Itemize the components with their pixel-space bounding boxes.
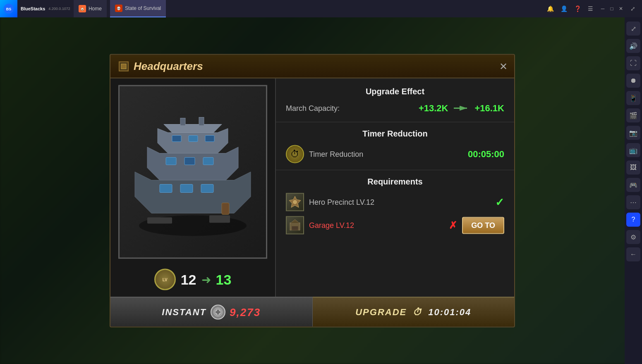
right-sidebar: ⤢ 🔊 ⛶ ⏺ 📱 🎬 📷 📺 🖼 🎮 ⋯ ? ⚙ ← bbox=[625, 17, 642, 364]
upgrade-effect-header: Upgrade Effect bbox=[286, 87, 504, 96]
restore-button[interactable]: □ bbox=[609, 6, 615, 12]
svg-rect-27 bbox=[292, 226, 298, 230]
hero-precinct-label: Hero Precinct LV.12 bbox=[309, 198, 490, 206]
building-image bbox=[118, 85, 267, 259]
hero-precinct-checkmark: ✓ bbox=[495, 196, 504, 208]
tab-home[interactable]: 🏠 Home bbox=[74, 0, 107, 17]
svg-point-25 bbox=[293, 200, 297, 204]
modal-footer: INSTANT 9,273 UPGRADE ⏱ 10:01:04 bbox=[110, 297, 514, 327]
close-button[interactable]: ✕ bbox=[618, 6, 624, 12]
sidebar-gallery-btn[interactable]: 🖼 bbox=[626, 160, 640, 175]
timer-reduction-label: Timer Reduction bbox=[309, 150, 463, 158]
hero-precinct-icon bbox=[286, 193, 304, 211]
sidebar-more-btn[interactable]: ⋯ bbox=[626, 195, 640, 209]
sidebar-media-btn[interactable]: 🎬 bbox=[626, 108, 640, 122]
minimize-button[interactable]: ─ bbox=[600, 6, 606, 12]
level-arrow-icon: ➜ bbox=[201, 273, 211, 286]
sidebar-controller-btn[interactable]: 🎮 bbox=[626, 178, 640, 192]
march-capacity-next: +16.1K bbox=[474, 103, 504, 114]
sidebar-phone-btn[interactable]: 📱 bbox=[626, 91, 640, 105]
svg-rect-14 bbox=[189, 136, 198, 142]
modal-title: Headquarters bbox=[134, 60, 203, 73]
goto-button[interactable]: GO TO bbox=[462, 217, 504, 234]
upgrade-button[interactable]: UPGRADE ⏱ 10:01:04 bbox=[313, 297, 515, 327]
svg-marker-16 bbox=[164, 125, 222, 133]
requirements-title: Requirements bbox=[367, 177, 422, 186]
requirements-section: Requirements Hero Precinct LV.12 ✓ bbox=[276, 170, 514, 297]
march-capacity-current: +13.2K bbox=[419, 103, 448, 114]
timer-reduction-value: 00:05:00 bbox=[468, 149, 504, 160]
window-controls: 🔔 👤 ❓ ☰ ─ □ ✕ ⤢ bbox=[547, 5, 642, 12]
game-area: Headquarters ✕ bbox=[0, 17, 625, 364]
svg-rect-9 bbox=[166, 158, 176, 165]
help-icon[interactable]: ❓ bbox=[574, 5, 581, 12]
menu-icon[interactable]: ☰ bbox=[588, 5, 593, 12]
svg-rect-13 bbox=[172, 136, 181, 142]
account-icon[interactable]: 👤 bbox=[561, 5, 568, 12]
upgrade-timer-value: 10:01:04 bbox=[428, 307, 471, 318]
sidebar-expand-btn[interactable]: ⤢ bbox=[626, 22, 640, 36]
bluestacks-logo: BS bbox=[0, 0, 17, 17]
garage-label: Garage LV.12 bbox=[309, 221, 444, 230]
svg-rect-32 bbox=[216, 311, 220, 313]
instant-label: INSTANT bbox=[162, 307, 206, 318]
headquarters-modal: Headquarters ✕ bbox=[110, 54, 515, 328]
info-panel: Upgrade Effect March Capacity: +13.2K bbox=[276, 79, 514, 297]
instant-cost-value: 9,273 bbox=[230, 306, 261, 318]
garage-icon bbox=[286, 216, 304, 235]
upgrade-arrow-icon bbox=[453, 104, 470, 113]
sidebar-settings-btn[interactable]: ⚙ bbox=[626, 230, 640, 244]
svg-rect-15 bbox=[205, 136, 214, 142]
timer-icon: ⏱ bbox=[286, 145, 304, 163]
notification-icon[interactable]: 🔔 bbox=[547, 5, 554, 12]
timer-reduction-row: ⏱ Timer Reduction 00:05:00 bbox=[286, 145, 504, 163]
tab-state-of-survival[interactable]: 💀 State of Survival bbox=[110, 0, 166, 17]
requirements-header: Requirements bbox=[286, 177, 504, 187]
timer-reduction-title: Timer Reduction bbox=[362, 129, 427, 138]
svg-rect-6 bbox=[180, 184, 193, 193]
bluestacks-name: BlueStacks bbox=[17, 6, 48, 11]
requirement-hero-precinct: Hero Precinct LV.12 ✓ bbox=[286, 193, 504, 211]
upgrade-effect-section: Upgrade Effect March Capacity: +13.2K bbox=[276, 79, 514, 122]
timer-reduction-section: Timer Reduction ⏱ Timer Reduction 00:05:… bbox=[276, 122, 514, 170]
level-current: 12 bbox=[181, 271, 196, 287]
sidebar-tv-btn[interactable]: 📺 bbox=[626, 143, 640, 157]
march-capacity-row: March Capacity: +13.2K +16.1K bbox=[286, 103, 504, 114]
upgrade-timer-icon: ⏱ bbox=[411, 306, 424, 319]
level-next: 13 bbox=[216, 271, 232, 287]
level-indicator: LV 12 ➜ 13 bbox=[154, 269, 232, 290]
timer-reduction-header: Timer Reduction bbox=[286, 129, 504, 139]
game-tab-label: State of Survival bbox=[125, 5, 161, 11]
svg-marker-28 bbox=[290, 220, 300, 224]
sidebar-volume-btn[interactable]: 🔊 bbox=[626, 39, 640, 53]
sidebar-screen-btn[interactable]: ⛶ bbox=[626, 56, 640, 70]
sidebar-help-btn[interactable]: ? bbox=[626, 213, 640, 227]
sidebar-back-btn[interactable]: ← bbox=[626, 247, 640, 261]
svg-rect-20 bbox=[209, 216, 230, 223]
home-tab-label: Home bbox=[89, 6, 102, 12]
sidebar-record-btn[interactable]: ⏺ bbox=[626, 74, 640, 88]
game-tab-icon: 💀 bbox=[115, 5, 122, 12]
svg-rect-10 bbox=[184, 158, 195, 165]
requirement-garage: Garage LV.12 ✗ GO TO bbox=[286, 216, 504, 235]
expand-icon[interactable]: ⤢ bbox=[630, 5, 635, 12]
instant-button[interactable]: INSTANT 9,273 bbox=[110, 297, 313, 327]
modal-close-button[interactable]: ✕ bbox=[499, 60, 508, 72]
level-badge: LV bbox=[154, 269, 176, 290]
svg-rect-17 bbox=[180, 118, 185, 126]
march-capacity-label: March Capacity: bbox=[286, 104, 414, 113]
svg-rect-19 bbox=[147, 218, 172, 224]
building-svg bbox=[127, 98, 259, 247]
sidebar-camera-btn[interactable]: 📷 bbox=[626, 126, 640, 140]
modal-body: LV 12 ➜ 13 Upgrade Effect March Capacity… bbox=[110, 79, 514, 297]
bluestacks-topbar: BS BlueStacks 4.200.0.1072 🏠 Home 💀 Stat… bbox=[0, 0, 642, 17]
home-tab-icon: 🏠 bbox=[79, 5, 86, 12]
garage-cross-icon: ✗ bbox=[449, 220, 457, 231]
modal-header-icon bbox=[119, 61, 129, 71]
svg-rect-7 bbox=[201, 184, 213, 193]
svg-rect-11 bbox=[203, 158, 213, 165]
upgrade-label: UPGRADE bbox=[355, 307, 407, 318]
modal-header: Headquarters ✕ bbox=[110, 55, 514, 79]
svg-rect-21 bbox=[222, 203, 229, 215]
svg-rect-18 bbox=[199, 117, 204, 126]
